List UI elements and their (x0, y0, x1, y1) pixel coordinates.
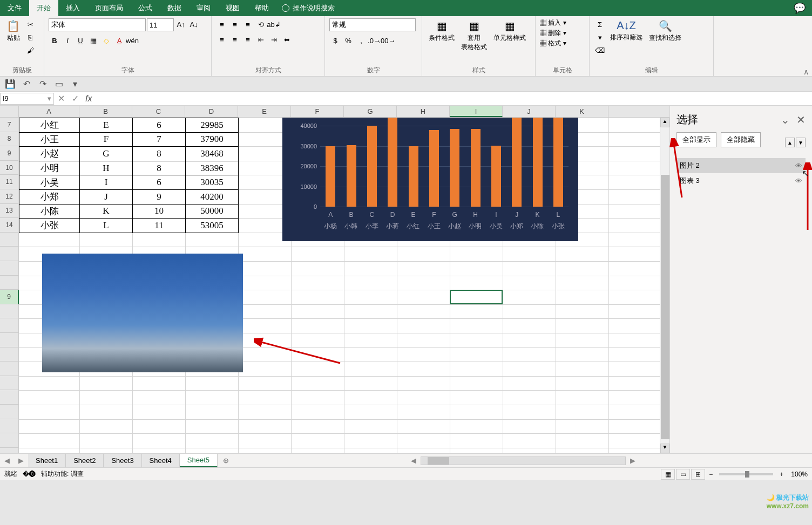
decrease-decimal-button[interactable]: .00→ (381, 35, 393, 46)
hscroll-thumb[interactable] (428, 457, 449, 465)
table-cell[interactable]: K (80, 204, 133, 219)
qat-customize-button[interactable]: ▾ (69, 78, 81, 90)
table-cell[interactable]: H (80, 161, 133, 175)
bring-forward-button[interactable]: ▲ (785, 138, 795, 147)
collapse-ribbon-button[interactable]: ∧ (803, 67, 809, 76)
paste-button[interactable]: 📋 粘贴 (4, 18, 22, 44)
column-header[interactable]: I (450, 106, 503, 117)
zoom-slider[interactable] (719, 473, 773, 475)
fill-color-button[interactable]: ◇ (100, 35, 112, 46)
menu-tab-文件[interactable]: 文件 (0, 0, 29, 16)
row-header[interactable] (0, 304, 19, 319)
comma-button[interactable]: , (355, 35, 367, 46)
row-header[interactable]: 8 (0, 132, 19, 147)
touch-mode-button[interactable]: ▭ (53, 78, 65, 90)
tab-nav-prev[interactable]: ◀ (0, 456, 14, 465)
sheet-tab[interactable]: Sheet4 (142, 454, 180, 467)
table-cell[interactable]: 50000 (186, 204, 239, 219)
zoom-level-label[interactable]: 100% (791, 471, 808, 478)
table-cell[interactable]: 9 (133, 189, 186, 204)
font-color-button[interactable]: A (113, 35, 125, 46)
autosum-button[interactable]: Σ (594, 18, 606, 30)
row-header[interactable]: 14 (0, 218, 19, 233)
table-cell[interactable]: I (80, 175, 133, 190)
format-cells-button[interactable]: ▦ 格式 ▾ (540, 39, 566, 48)
table-cell[interactable]: 53005 (186, 219, 239, 233)
cell-styles-button[interactable]: ▦单元格样式 (491, 18, 528, 44)
column-header[interactable]: E (238, 106, 291, 117)
decrease-indent-button[interactable]: ⇤ (255, 33, 267, 45)
table-cell[interactable]: J (80, 189, 133, 204)
delete-cells-button[interactable]: ▦ 删除 ▾ (540, 29, 566, 38)
row-header[interactable]: 9 (0, 146, 19, 161)
underline-button[interactable]: U (75, 35, 86, 46)
table-cell[interactable]: 29985 (186, 118, 239, 133)
row-header[interactable] (0, 433, 19, 448)
menu-tab-帮助[interactable]: 帮助 (247, 0, 276, 16)
align-center-button[interactable]: ≡ (229, 33, 241, 45)
hscroll-right-button[interactable]: ▶ (626, 456, 640, 465)
sheet-tab[interactable]: Sheet1 (28, 454, 66, 467)
table-cell[interactable]: 38468 (186, 147, 239, 161)
save-button[interactable]: 💾 (4, 78, 16, 90)
embedded-image[interactable] (42, 254, 243, 372)
conditional-format-button[interactable]: ▦条件格式 (427, 18, 457, 44)
column-header[interactable]: D (185, 106, 238, 117)
table-cell[interactable]: 7 (133, 132, 186, 147)
worksheet-area[interactable]: ABCDEFGHIJK 小红E629985小王F737900小赵G838468小… (0, 106, 669, 453)
row-header[interactable] (0, 390, 19, 405)
align-bottom-button[interactable]: ≡ (242, 18, 254, 30)
sheet-tab[interactable]: Sheet5 (180, 454, 218, 467)
row-header[interactable] (0, 261, 19, 276)
row-header[interactable]: 13 (0, 204, 19, 219)
send-backward-button[interactable]: ▼ (796, 138, 806, 147)
table-cell[interactable]: 小王 (19, 132, 80, 147)
row-header[interactable]: 9 (0, 290, 19, 304)
font-name-select[interactable] (49, 18, 146, 31)
row-header[interactable] (0, 405, 19, 419)
column-header[interactable]: K (556, 106, 608, 117)
row-header[interactable] (0, 233, 19, 247)
align-middle-button[interactable]: ≡ (229, 18, 241, 30)
wrap-text-button[interactable]: ab↲ (268, 18, 280, 30)
scroll-thumb[interactable] (661, 175, 669, 439)
table-format-button[interactable]: ▦套用 表格格式 (459, 18, 489, 53)
copy-button[interactable]: ⎘ (24, 31, 36, 43)
format-painter-button[interactable]: 🖌 (24, 44, 36, 56)
table-cell[interactable]: 30035 (186, 175, 239, 190)
row-header[interactable]: 10 (0, 161, 19, 175)
table-cell[interactable]: 小陈 (19, 204, 80, 219)
table-cell[interactable]: 小明 (19, 161, 80, 175)
row-header[interactable] (0, 333, 19, 347)
column-header[interactable]: A (19, 106, 79, 117)
column-header[interactable]: C (132, 106, 185, 117)
increase-indent-button[interactable]: ⇥ (268, 33, 280, 45)
phonetic-button[interactable]: wén (126, 35, 138, 46)
fx-icon[interactable]: fx (82, 94, 95, 104)
comment-icon[interactable]: 💬 (794, 2, 806, 14)
orientation-button[interactable]: ⟲ (255, 18, 267, 30)
select-all-corner[interactable] (0, 106, 19, 117)
border-button[interactable]: ▦ (87, 35, 99, 46)
zoom-out-button[interactable]: − (706, 471, 716, 478)
row-header[interactable] (0, 419, 19, 434)
table-cell[interactable]: 小吴 (19, 175, 80, 190)
column-header[interactable]: J (503, 106, 556, 117)
fill-button[interactable]: ▾ (594, 31, 606, 43)
row-header[interactable]: 11 (0, 175, 19, 189)
find-select-button[interactable]: 🔍查找和选择 (647, 18, 684, 44)
table-cell[interactable]: E (80, 118, 133, 133)
sheet-tab[interactable]: Sheet2 (66, 454, 104, 467)
table-cell[interactable]: 6 (133, 118, 186, 133)
column-header[interactable]: G (344, 106, 397, 117)
row-header[interactable]: 7 (0, 118, 19, 132)
column-header[interactable]: B (79, 106, 132, 117)
table-cell[interactable]: 8 (133, 147, 186, 161)
table-cell[interactable]: 6 (133, 175, 186, 190)
table-cell[interactable]: 40200 (186, 189, 239, 204)
table-cell[interactable]: 小郑 (19, 189, 80, 204)
menu-tab-审阅[interactable]: 审阅 (189, 0, 218, 16)
font-size-select[interactable] (147, 18, 174, 31)
accounting-button[interactable]: $ (329, 35, 341, 46)
tab-nav-next[interactable]: ▶ (14, 456, 28, 465)
